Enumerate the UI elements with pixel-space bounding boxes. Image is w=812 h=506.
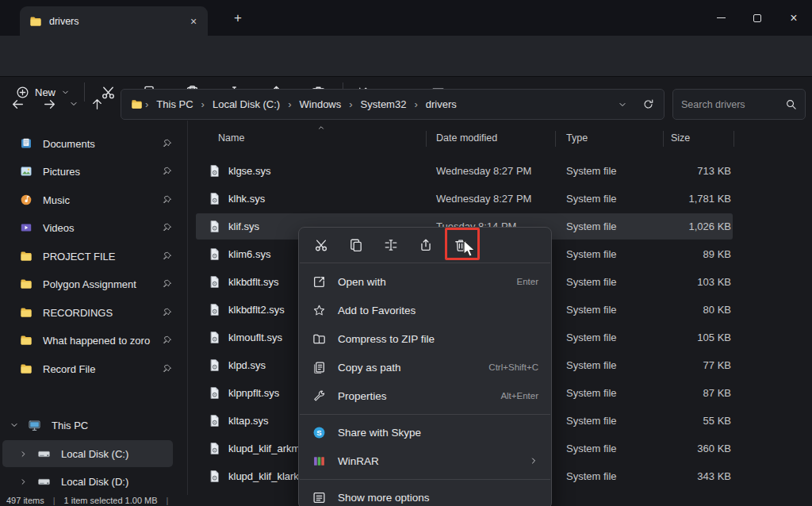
sidebar-item-record-file[interactable]: Record File (2, 355, 183, 382)
breadcrumb-local-disk-c[interactable]: Local Disk (C:) (207, 95, 285, 113)
file-type: System file (566, 359, 665, 371)
file-name: klim6.sys (228, 248, 270, 260)
system-file-icon (208, 192, 221, 205)
pin-icon[interactable] (162, 167, 172, 177)
file-date: Wednesday 8:27 PM (436, 165, 566, 177)
file-name: klpd.sys (228, 359, 266, 371)
address-dropdown-button[interactable] (611, 94, 634, 116)
back-button[interactable] (3, 89, 32, 119)
system-file-icon (208, 164, 221, 178)
system-file-icon (208, 275, 221, 289)
pin-icon[interactable] (162, 195, 172, 205)
search-input[interactable] (681, 99, 779, 110)
pin-icon[interactable] (162, 251, 172, 262)
forward-arrow-icon (43, 98, 56, 111)
minimize-button[interactable] (703, 0, 739, 36)
sidebar-item-project-file[interactable]: PROJECT FILE (2, 243, 183, 270)
share-button[interactable] (412, 232, 440, 259)
menu-item-properties[interactable]: Properties Alt+Enter (299, 381, 551, 410)
sidebar-item-label: What happened to zoro (43, 335, 162, 347)
sidebar-item-recordings[interactable]: RECORDINGS (2, 299, 183, 326)
file-row[interactable]: klhk.sys Wednesday 8:27 PM System file 1… (189, 185, 812, 213)
column-divider[interactable] (555, 131, 556, 147)
up-button[interactable] (82, 89, 111, 119)
breadcrumb-this-pc[interactable]: This PC (151, 95, 198, 113)
file-name: klif.sys (228, 220, 259, 232)
new-tab-button[interactable]: + (228, 9, 247, 28)
menu-item-shortcut: Alt+Enter (500, 391, 538, 401)
chevron-right-icon[interactable] (19, 450, 28, 458)
column-divider[interactable] (426, 131, 427, 147)
copy-button[interactable] (342, 232, 370, 259)
pin-icon[interactable] (162, 139, 172, 149)
pin-icon[interactable] (162, 279, 172, 289)
system-file-icon (208, 303, 221, 316)
menu-item-open-with[interactable]: Open with Enter (299, 267, 551, 296)
tab-close-button[interactable]: × (186, 13, 201, 29)
sidebar-item-videos[interactable]: Videos (2, 214, 183, 241)
refresh-button[interactable] (637, 94, 659, 116)
breadcrumb-drivers[interactable]: drivers (420, 95, 462, 113)
sidebar-item-documents[interactable]: Documents (2, 130, 183, 157)
search-icon[interactable] (785, 98, 797, 110)
documents-icon (20, 137, 33, 150)
submenu-arrow-icon (529, 456, 538, 466)
file-type: System file (566, 165, 665, 177)
column-header-name[interactable]: Name (218, 132, 244, 144)
column-divider[interactable] (663, 131, 664, 147)
pin-icon[interactable] (162, 335, 172, 346)
menu-item-shortcut: Enter (517, 277, 539, 286)
tab-drivers[interactable]: drivers × (20, 6, 208, 36)
status-separator: | (53, 496, 56, 505)
close-button[interactable]: × (776, 0, 812, 36)
pin-icon[interactable] (162, 364, 172, 374)
file-type: System file (566, 387, 665, 399)
sidebar-item-music[interactable]: Music (2, 186, 183, 213)
column-header-date-modified[interactable]: Date modified (436, 132, 497, 144)
file-size: 1,026 KB (665, 220, 731, 232)
file-date: Wednesday 8:27 PM (436, 193, 566, 205)
sidebar-item-local-disk-c[interactable]: Local Disk (C:) (2, 440, 173, 467)
recent-locations-button[interactable] (63, 89, 84, 119)
sidebar-item-pictures[interactable]: Pictures (2, 158, 183, 185)
system-file-icon (208, 220, 221, 233)
breadcrumb-system32[interactable]: System32 (355, 95, 412, 113)
column-header-type[interactable]: Type (566, 132, 588, 144)
column-divider[interactable] (733, 131, 734, 147)
address-bar[interactable]: › This PC › Local Disk (C:) › Windows › … (121, 89, 665, 120)
pin-icon[interactable] (162, 223, 172, 233)
menu-item-share-with-skype[interactable]: Share with Skype (299, 418, 551, 447)
chevron-right-icon[interactable] (19, 477, 28, 486)
maximize-button[interactable] (739, 0, 776, 36)
folder-icon (20, 278, 33, 290)
column-header-size[interactable]: Size (671, 132, 690, 144)
menu-item-add-to-favorites[interactable]: Add to Favorites (299, 296, 551, 324)
pin-icon[interactable] (162, 308, 172, 318)
maximize-icon (753, 14, 761, 22)
rename-button[interactable] (377, 232, 405, 259)
column-headers: Name Date modified Type Size (189, 121, 812, 157)
system-file-icon (208, 442, 221, 455)
file-size: 713 KB (665, 165, 731, 177)
sidebar-item-polygon-assignment[interactable]: Polygon Assignment (2, 270, 183, 297)
forward-button[interactable] (35, 89, 63, 119)
sidebar-item-label: Pictures (43, 166, 162, 178)
breadcrumb-windows[interactable]: Windows (294, 95, 347, 113)
open-with-icon (312, 275, 326, 289)
menu-item-copy-as-path[interactable]: Copy as path Ctrl+Shift+C (299, 353, 551, 381)
rename-icon (384, 238, 398, 252)
menu-item-show-more-options[interactable]: Show more options (299, 483, 551, 506)
cut-button[interactable] (307, 232, 335, 259)
breadcrumb: › This PC › Local Disk (C:) › Windows › … (131, 95, 611, 113)
file-type: System file (566, 332, 665, 343)
sidebar-item-this-pc[interactable]: This PC (2, 412, 183, 439)
sidebar-item-what-happened-to-zoro[interactable]: What happened to zoro (2, 327, 183, 354)
sidebar-item-label: Local Disk (C:) (61, 448, 173, 460)
sidebar-item-local-disk-d[interactable]: Local Disk (D:) (2, 468, 183, 495)
menu-item-winrar[interactable]: WinRAR (299, 447, 551, 475)
chevron-down-icon[interactable] (10, 420, 19, 430)
menu-item-label: Copy as path (338, 362, 477, 374)
file-type: System file (566, 415, 665, 427)
menu-item-compress-to-zip[interactable]: Compress to ZIP file (299, 324, 551, 353)
file-row[interactable]: klgse.sys Wednesday 8:27 PM System file … (189, 157, 812, 185)
